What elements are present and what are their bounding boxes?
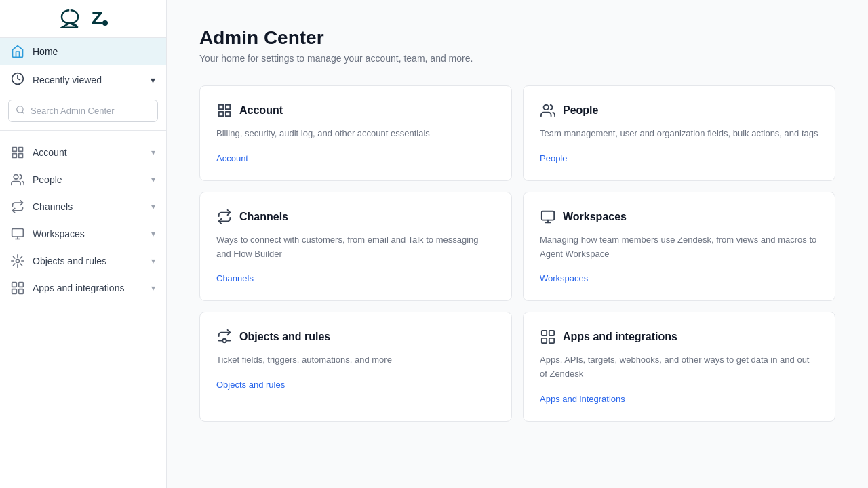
sidebar-logo: Z (0, 0, 166, 38)
card-apps-integrations: Apps and integrations Apps, APIs, target… (523, 312, 835, 422)
card-channels-description: Ways to connect with customers, from ema… (216, 233, 495, 262)
zendesk-wordmark-icon: Z (83, 8, 111, 30)
card-people-icon (540, 102, 556, 119)
card-people-description: Team management, user and organization f… (540, 127, 818, 141)
svg-line-4 (22, 112, 24, 114)
card-objects-rules-title: Objects and rules (239, 331, 330, 343)
card-channels-title: Channels (239, 211, 288, 223)
card-apps-integrations-title: Apps and integrations (563, 331, 677, 343)
cards-grid: Account Billing, security, audit log, an… (199, 85, 835, 422)
card-workspaces-description: Managing how team members use Zendesk, f… (540, 233, 818, 262)
card-apps-integrations-link[interactable]: Apps and integrations (540, 394, 625, 404)
svg-rect-10 (12, 229, 24, 237)
workspaces-icon (11, 227, 24, 241)
people-icon (11, 173, 24, 186)
svg-point-13 (16, 260, 20, 263)
card-channels-link[interactable]: Channels (216, 273, 254, 283)
objects-rules-chevron-icon: ▾ (151, 256, 155, 266)
sidebar-item-home-label: Home (33, 46, 155, 57)
clock-icon (11, 72, 24, 87)
apps-integrations-chevron-icon: ▾ (151, 283, 155, 293)
card-people: People Team management, user and organiz… (523, 85, 835, 181)
sidebar-item-people[interactable]: People ▾ (0, 166, 166, 193)
svg-point-22 (544, 105, 549, 110)
channels-chevron-icon: ▾ (151, 202, 155, 211)
svg-rect-32 (549, 338, 554, 343)
card-channels-header: Channels (216, 209, 495, 225)
card-apps-integrations-description: Apps, APIs, targets, webhooks, and other… (540, 353, 818, 382)
card-objects-rules-link[interactable]: Objects and rules (216, 380, 285, 390)
sidebar-item-objects-rules-label: Objects and rules (33, 256, 143, 266)
search-icon (16, 105, 25, 117)
card-account-icon (216, 102, 233, 119)
sidebar-item-home[interactable]: Home (0, 38, 166, 65)
svg-rect-19 (226, 105, 230, 109)
people-chevron-icon: ▾ (151, 175, 155, 184)
account-chevron-icon: ▾ (151, 148, 155, 157)
card-account: Account Billing, security, audit log, an… (199, 85, 512, 181)
card-account-link[interactable]: Account (216, 153, 248, 163)
svg-rect-31 (542, 338, 547, 343)
search-input[interactable] (31, 106, 151, 116)
card-objects-rules-description: Ticket fields, triggers, automations, an… (216, 353, 495, 367)
card-workspaces-icon (540, 209, 556, 225)
svg-point-9 (14, 175, 18, 180)
svg-rect-5 (13, 148, 17, 152)
svg-rect-21 (226, 112, 230, 116)
svg-rect-29 (542, 331, 547, 336)
svg-rect-16 (12, 289, 17, 294)
sidebar-item-apps-integrations-label: Apps and integrations (33, 283, 143, 293)
page-title: Admin Center (199, 27, 835, 49)
recently-viewed-label: Recently viewed (33, 75, 142, 85)
sidebar-item-account[interactable]: Account ▾ (0, 139, 166, 166)
apps-integrations-icon (11, 281, 24, 295)
card-workspaces-header: Workspaces (540, 209, 818, 225)
svg-rect-23 (542, 211, 554, 220)
card-workspaces-title: Workspaces (563, 211, 627, 223)
card-objects-rules: Objects and rules Ticket fields, trigger… (199, 312, 512, 422)
objects-rules-icon (11, 254, 24, 268)
svg-rect-6 (19, 148, 23, 152)
card-apps-integrations-header: Apps and integrations (540, 329, 818, 345)
svg-rect-18 (219, 105, 223, 109)
sidebar-nav: Account ▾ People ▾ (0, 134, 166, 488)
svg-rect-8 (19, 154, 23, 158)
card-people-link[interactable]: People (540, 153, 567, 163)
channels-icon (11, 200, 24, 214)
svg-text:Z: Z (91, 8, 102, 28)
sidebar-item-apps-integrations[interactable]: Apps and integrations ▾ (0, 274, 166, 302)
sidebar-item-channels[interactable]: Channels ▾ (0, 193, 166, 220)
card-apps-integrations-card-icon (540, 329, 556, 345)
card-people-header: People (540, 102, 818, 119)
sidebar-item-workspaces-label: Workspaces (33, 228, 143, 239)
sidebar: Z Home Recently viewed ▾ (0, 0, 167, 488)
sidebar-divider (0, 130, 166, 131)
card-account-description: Billing, security, audit log, and other … (216, 127, 495, 141)
card-channels-icon (216, 209, 233, 225)
svg-rect-7 (13, 154, 17, 158)
recently-viewed-chevron-icon: ▾ (151, 75, 155, 85)
search-box[interactable] (8, 100, 158, 122)
zendesk-logo-icon (56, 8, 83, 30)
svg-point-1 (102, 20, 108, 26)
card-workspaces: Workspaces Managing how team members use… (523, 192, 835, 302)
page-subtitle: Your home for settings to manage your ac… (199, 53, 835, 64)
workspaces-chevron-icon: ▾ (151, 229, 155, 239)
card-account-title: Account (239, 104, 283, 117)
sidebar-item-recently-viewed[interactable]: Recently viewed ▾ (0, 65, 166, 94)
card-workspaces-link[interactable]: Workspaces (540, 273, 588, 283)
svg-rect-30 (549, 331, 554, 336)
svg-rect-15 (19, 283, 24, 287)
card-account-header: Account (216, 102, 495, 119)
sidebar-item-objects-and-rules[interactable]: Objects and rules ▾ (0, 247, 166, 274)
home-icon (11, 45, 24, 58)
card-objects-rules-header: Objects and rules (216, 329, 495, 345)
main-content: Admin Center Your home for settings to m… (167, 0, 868, 488)
sidebar-item-channels-label: Channels (33, 201, 143, 212)
svg-rect-20 (219, 112, 223, 116)
card-objects-rules-card-icon (216, 329, 233, 345)
card-channels: Channels Ways to connect with customers,… (199, 192, 512, 302)
svg-rect-17 (19, 289, 24, 294)
svg-rect-14 (12, 283, 17, 287)
sidebar-item-workspaces[interactable]: Workspaces ▾ (0, 220, 166, 247)
